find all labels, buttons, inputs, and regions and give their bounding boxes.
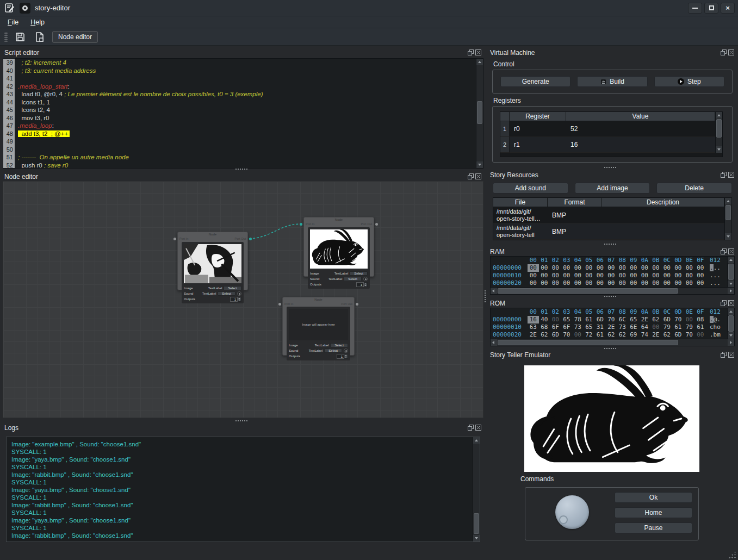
- node-canvas[interactable]: Node Port In Port Out ImageTextLabelSele…: [3, 181, 483, 418]
- scroll-down-arrow[interactable]: [476, 161, 483, 168]
- scroll-up-arrow[interactable]: [725, 198, 731, 204]
- code-line[interactable]: 45 lcons t2, 4: [3, 106, 475, 114]
- code-line[interactable]: 49: [3, 138, 475, 146]
- splitter-handle[interactable]: [604, 347, 617, 350]
- code-line[interactable]: 52 push r0 ; save r0: [3, 161, 475, 169]
- close-panel-icon[interactable]: [728, 248, 734, 254]
- scrollbar-thumb[interactable]: [725, 205, 731, 220]
- play-sound-button[interactable]: [344, 349, 348, 353]
- code-line[interactable]: 39 ; t2: increment 4: [3, 59, 475, 67]
- select-image-button[interactable]: Select: [350, 271, 368, 276]
- scrollbar-thumb[interactable]: [728, 264, 734, 280]
- add-image-button[interactable]: Add image: [575, 183, 650, 194]
- save-button[interactable]: [13, 30, 27, 43]
- resource-file-cell[interactable]: /mnt/data/git/open-story-tell…: [493, 207, 548, 223]
- scroll-up-arrow[interactable]: [473, 437, 480, 444]
- close-panel-icon[interactable]: [475, 173, 481, 179]
- port-in-dot[interactable]: [278, 303, 281, 306]
- log-output[interactable]: Image: "example.bmp" , Sound: "choose1.s…: [6, 437, 480, 542]
- code-line[interactable]: 42.media_loop_start:: [3, 83, 475, 91]
- splitter-handle[interactable]: [235, 168, 248, 170]
- register-value-cell[interactable]: 52: [566, 121, 715, 137]
- resources-col-description[interactable]: Description: [602, 198, 724, 207]
- add-sound-button[interactable]: Add sound: [493, 183, 568, 194]
- resources-col-format[interactable]: Format: [548, 198, 602, 207]
- column-splitter-handle[interactable]: [484, 290, 486, 303]
- register-row-number[interactable]: 2: [500, 137, 510, 153]
- register-name-cell[interactable]: r1: [510, 137, 566, 153]
- select-sound-button[interactable]: Select: [344, 277, 362, 281]
- home-button[interactable]: Home: [615, 507, 692, 518]
- select-image-button[interactable]: Select: [330, 343, 348, 347]
- scrollbar-thumb[interactable]: [498, 340, 678, 345]
- ram-horizontal-scrollbar[interactable]: [491, 287, 734, 294]
- float-panel-icon[interactable]: [721, 49, 727, 55]
- port-out-dot[interactable]: [249, 238, 252, 240]
- register-value-cell[interactable]: 16: [566, 137, 715, 153]
- scroll-left-arrow[interactable]: [491, 339, 497, 346]
- registers-col-value[interactable]: Value: [566, 112, 715, 121]
- scrollbar-thumb[interactable]: [477, 101, 482, 124]
- scroll-right-arrow[interactable]: [728, 339, 734, 346]
- scroll-up-arrow[interactable]: [476, 59, 483, 65]
- resource-format-cell[interactable]: BMP: [548, 207, 602, 223]
- select-sound-button[interactable]: Select: [218, 291, 235, 296]
- scroll-down-arrow[interactable]: [728, 281, 734, 287]
- scroll-down-arrow[interactable]: [725, 233, 731, 240]
- scroll-down-arrow[interactable]: [716, 146, 722, 153]
- window-resize-grip[interactable]: [728, 551, 736, 558]
- menu-help[interactable]: Help: [30, 18, 45, 26]
- play-sound-button[interactable]: [363, 277, 368, 281]
- code-line[interactable]: 46 mov t3, r0: [3, 114, 475, 122]
- select-image-button[interactable]: Select: [224, 286, 241, 290]
- registers-col-register[interactable]: Register: [510, 112, 566, 121]
- menu-file[interactable]: File: [8, 18, 18, 26]
- rom-hex-view[interactable]: 000102030405060708090A0B0C0D0E0F012 0000…: [490, 308, 735, 346]
- register-name-cell[interactable]: r0: [510, 121, 566, 137]
- port-out-dot[interactable]: [375, 223, 378, 226]
- close-panel-icon[interactable]: [728, 172, 734, 178]
- ram-vertical-scrollbar[interactable]: [727, 257, 734, 287]
- float-panel-icon[interactable]: [721, 300, 727, 306]
- scroll-up-arrow[interactable]: [716, 112, 722, 119]
- scrollbar-thumb[interactable]: [498, 288, 678, 294]
- selection-knob[interactable]: [555, 495, 589, 529]
- hex-row[interactable]: 0000001063686F6F7365312E736E640079617961…: [493, 323, 727, 331]
- ram-hex-view[interactable]: 000102030405060708090A0B0C0D0E0F012 0000…: [490, 256, 735, 295]
- float-panel-icon[interactable]: [721, 248, 727, 254]
- scroll-down-arrow[interactable]: [728, 332, 734, 339]
- scroll-up-arrow[interactable]: [728, 308, 734, 315]
- hex-row[interactable]: 000000001640006578616D706C652E626D700008…: [493, 316, 727, 323]
- outputs-spinbox[interactable]: 1: [230, 297, 241, 302]
- resource-description-cell[interactable]: [602, 207, 724, 223]
- code-line[interactable]: 40 ; t3: current media address: [3, 67, 475, 75]
- media-node-3[interactable]: Node Port In Port Out Image will appear …: [282, 297, 355, 356]
- hex-row[interactable]: 0000000000000000000000000000000000000000…: [493, 264, 727, 272]
- code-line[interactable]: 48 add t3, t2 ; @++: [3, 130, 475, 138]
- splitter-handle[interactable]: [604, 243, 617, 245]
- code-line[interactable]: 51; ------- On appelle un autre media no…: [3, 153, 475, 161]
- build-button[interactable]: Build: [577, 76, 647, 87]
- port-in-dot[interactable]: [173, 238, 176, 240]
- window-maximize-button[interactable]: [704, 3, 718, 14]
- media-node-2[interactable]: Node Port In Port Out ImageTextLabelSele…: [303, 217, 374, 277]
- scrollbar-thumb[interactable]: [716, 119, 722, 138]
- code-line[interactable]: 43 load t0, @r0, 4 ; Le premier élément …: [3, 90, 475, 98]
- rom-vertical-scrollbar[interactable]: [727, 308, 734, 339]
- generate-button[interactable]: Generate: [500, 76, 570, 87]
- float-panel-icon[interactable]: [468, 173, 474, 179]
- port-in-dot[interactable]: [300, 223, 302, 226]
- select-sound-button[interactable]: Select: [324, 349, 342, 353]
- close-panel-icon[interactable]: [475, 425, 481, 431]
- splitter-handle[interactable]: [604, 295, 617, 297]
- float-panel-icon[interactable]: [721, 352, 727, 358]
- code-line[interactable]: 41: [3, 74, 475, 83]
- code-editor[interactable]: 39 ; t2: increment 4 40 ; t3: current me…: [3, 58, 483, 169]
- script-vertical-scrollbar[interactable]: [476, 59, 483, 168]
- code-line[interactable]: 47.media_loop:: [3, 122, 475, 130]
- close-panel-icon[interactable]: [728, 352, 734, 358]
- float-panel-icon[interactable]: [721, 172, 727, 178]
- rom-horizontal-scrollbar[interactable]: [491, 339, 734, 346]
- scroll-right-arrow[interactable]: [728, 288, 734, 294]
- scroll-up-arrow[interactable]: [728, 257, 734, 263]
